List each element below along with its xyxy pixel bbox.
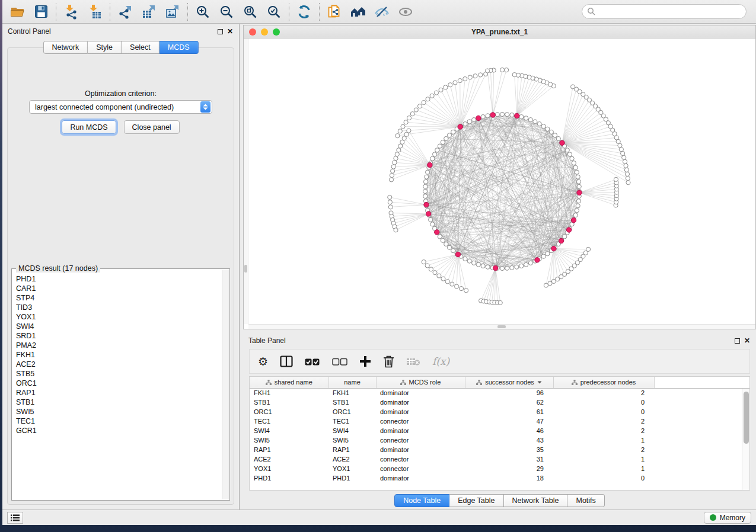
select-all-rows-icon[interactable] [305, 358, 320, 366]
float-table-panel-icon[interactable] [735, 338, 740, 344]
tab-select[interactable]: Select [122, 41, 160, 54]
criterion-dropdown[interactable]: largest connected component (undirected) [29, 100, 212, 114]
mcds-result-item[interactable]: ORC1 [12, 379, 222, 388]
first-neighbors-icon[interactable] [349, 3, 367, 21]
run-mcds-button[interactable]: Run MCDS [62, 120, 116, 134]
cell-shared-name[interactable]: PHD1 [250, 473, 328, 483]
cell-shared-name[interactable]: TEC1 [250, 416, 328, 426]
mcds-result-item[interactable]: SWI5 [12, 407, 222, 416]
cell-predecessor-nodes[interactable]: 1 [553, 464, 654, 473]
cell-name[interactable]: ACE2 [328, 454, 376, 464]
network-horizontal-scrollbar[interactable] [248, 324, 755, 329]
table-row[interactable]: PHD1PHD1dominator180 [250, 473, 749, 483]
cell-successor-nodes[interactable]: 43 [465, 435, 553, 445]
cell-predecessor-nodes[interactable]: 2 [553, 416, 654, 426]
cell-MCDS-role[interactable]: dominator [376, 445, 465, 454]
zoom-selected-icon[interactable] [265, 3, 283, 21]
cell-name[interactable]: STB1 [328, 398, 376, 407]
cell-predecessor-nodes[interactable]: 0 [553, 473, 654, 483]
cell-predecessor-nodes[interactable]: 0 [553, 407, 654, 416]
show-all-icon[interactable] [397, 3, 414, 21]
tab-motifs[interactable]: Motifs [567, 494, 604, 507]
cell-shared-name[interactable]: ORC1 [250, 407, 328, 416]
show-columns-icon[interactable] [280, 355, 293, 367]
mcds-result-item[interactable]: CAR1 [12, 284, 222, 293]
table-vertical-scrollbar[interactable] [742, 389, 749, 490]
node-table[interactable]: shared namenameMCDS rolesuccessor nodesp… [250, 377, 749, 483]
cell-predecessor-nodes[interactable]: 1 [553, 435, 654, 445]
mcds-result-item[interactable]: STP4 [12, 293, 222, 303]
cell-predecessor-nodes[interactable]: 0 [553, 398, 654, 407]
column-header-shared-name[interactable]: shared name [250, 377, 328, 388]
cell-predecessor-nodes[interactable]: 1 [553, 454, 654, 464]
mcds-result-list[interactable]: PHD1CAR1STP4TID3YOX1SWI4SRD1PMA2FKH1ACE2… [12, 270, 222, 499]
mcds-result-item[interactable]: TID3 [12, 303, 222, 312]
table-row[interactable]: STB1STB1dominator620 [250, 398, 749, 407]
cell-successor-nodes[interactable]: 62 [465, 398, 553, 407]
cell-name[interactable]: PHD1 [328, 473, 376, 483]
delete-column-icon[interactable] [383, 355, 394, 368]
cell-name[interactable]: SWI5 [328, 435, 376, 445]
zoom-in-icon[interactable] [194, 3, 212, 21]
table-row[interactable]: SWI4SWI4dominator462 [250, 426, 749, 435]
cell-shared-name[interactable]: SWI4 [250, 426, 328, 435]
cell-name[interactable]: SWI4 [328, 426, 376, 435]
mcds-result-item[interactable]: STB1 [12, 398, 222, 407]
cell-MCDS-role[interactable]: dominator [376, 388, 465, 398]
search-input[interactable] [582, 4, 747, 19]
mcds-result-item[interactable]: SWI4 [12, 322, 222, 331]
column-header-predecessor-nodes[interactable]: predecessor nodes [553, 377, 654, 388]
cell-name[interactable]: ORC1 [328, 407, 376, 416]
mcds-result-item[interactable]: FKH1 [12, 350, 222, 360]
tab-network-table[interactable]: Network Table [504, 494, 568, 507]
tab-node-table[interactable]: Node Table [394, 494, 449, 507]
deselect-all-rows-icon[interactable] [332, 358, 347, 366]
column-header-successor-nodes[interactable]: successor nodes [465, 377, 553, 388]
mcds-result-item[interactable]: PMA2 [12, 341, 222, 350]
cell-name[interactable]: YOX1 [328, 464, 376, 473]
status-menu-button[interactable] [7, 512, 23, 524]
duplicate-network-icon[interactable] [326, 3, 343, 21]
cell-MCDS-role[interactable]: connector [376, 435, 465, 445]
cell-shared-name[interactable]: SWI5 [250, 435, 328, 445]
cell-MCDS-role[interactable]: dominator [376, 473, 465, 483]
column-header-name[interactable]: name [328, 377, 376, 388]
import-network-icon[interactable] [62, 3, 80, 21]
cell-successor-nodes[interactable]: 35 [465, 445, 553, 454]
export-table-icon[interactable] [140, 3, 158, 21]
table-row[interactable]: YOX1YOX1connector291 [250, 464, 749, 473]
close-panel-button[interactable]: Close panel [124, 120, 180, 134]
mcds-result-item[interactable]: PHD1 [12, 274, 222, 284]
cell-name[interactable]: RAP1 [328, 445, 376, 454]
float-panel-icon[interactable] [218, 29, 223, 34]
cell-predecessor-nodes[interactable]: 2 [553, 388, 654, 398]
mcds-result-item[interactable]: TEC1 [12, 416, 222, 426]
table-row[interactable]: RAP1RAP1dominator352 [250, 445, 749, 454]
cell-predecessor-nodes[interactable]: 2 [553, 426, 654, 435]
cell-shared-name[interactable]: RAP1 [250, 445, 328, 454]
apply-layout-icon[interactable] [295, 3, 313, 21]
cell-MCDS-role[interactable]: connector [376, 464, 465, 473]
hide-selected-icon[interactable] [373, 3, 391, 21]
cell-MCDS-role[interactable]: connector [376, 416, 465, 426]
cell-successor-nodes[interactable]: 61 [465, 407, 553, 416]
cell-shared-name[interactable]: YOX1 [250, 464, 328, 473]
cell-MCDS-role[interactable]: dominator [376, 426, 465, 435]
mcds-result-item[interactable]: GCR1 [12, 426, 222, 435]
tab-network[interactable]: Network [43, 41, 88, 54]
table-row[interactable]: TEC1TEC1connector472 [250, 416, 749, 426]
mcds-result-item[interactable]: ACE2 [12, 360, 222, 369]
tab-edge-table[interactable]: Edge Table [449, 494, 503, 507]
cell-MCDS-role[interactable]: dominator [376, 407, 465, 416]
cell-shared-name[interactable]: FKH1 [250, 388, 328, 398]
cell-predecessor-nodes[interactable]: 2 [553, 445, 654, 454]
cell-shared-name[interactable]: ACE2 [250, 454, 328, 464]
save-session-icon[interactable] [32, 3, 50, 21]
cell-MCDS-role[interactable]: dominator [376, 398, 465, 407]
tab-style[interactable]: Style [88, 41, 122, 54]
cell-successor-nodes[interactable]: 31 [465, 454, 553, 464]
table-row[interactable]: ORC1ORC1dominator610 [250, 407, 749, 416]
cell-successor-nodes[interactable]: 18 [465, 473, 553, 483]
network-canvas[interactable] [248, 39, 756, 325]
mcds-result-item[interactable]: STB5 [12, 369, 222, 379]
